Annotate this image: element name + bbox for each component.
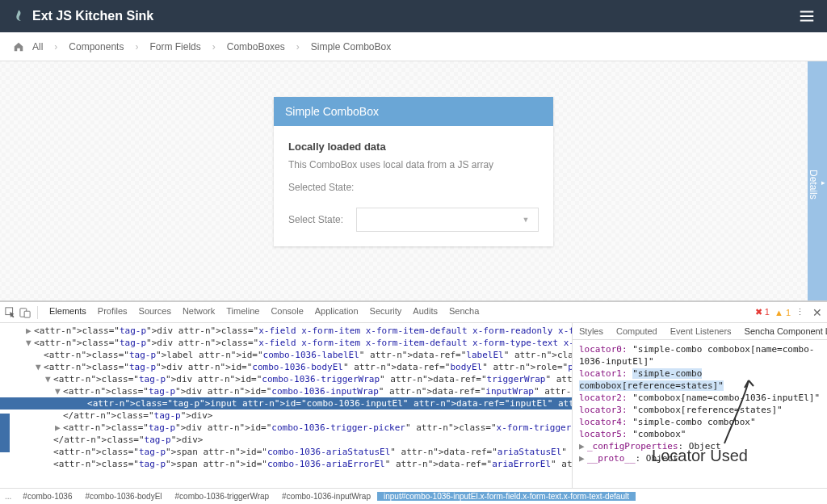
breadcrumb: All › Components › Form Fields › ComboBo… [0, 32, 827, 61]
devtools-panel: ElementsProfilesSourcesNetworkTimelineCo… [0, 300, 827, 504]
dom-tree-line[interactable]: <attr-n">class="tag-p">input attr-n">id=… [0, 397, 572, 410]
breadcrumb-item[interactable]: Simple ComboBox [311, 41, 391, 52]
devtools-crumb[interactable]: #combo-1036-triggerWrap [169, 492, 276, 501]
devtools-tab-timeline[interactable]: Timeline [226, 306, 259, 319]
devtools-tabs: ElementsProfilesSourcesNetworkTimelineCo… [49, 306, 479, 319]
selected-state-label: Selected State: [288, 182, 539, 193]
devtools-tab-network[interactable]: Network [183, 306, 215, 319]
sidebar-tab[interactable]: Computed [610, 323, 664, 339]
header-left: Ext JS Kitchen Sink [11, 9, 153, 23]
devtools-tab-audits[interactable]: Audits [413, 306, 438, 319]
crumb-more[interactable]: ... [0, 492, 16, 501]
chevron-right-icon: › [54, 41, 57, 52]
chevron-right-icon: › [212, 41, 216, 52]
error-count[interactable]: ✖ 1 [755, 307, 770, 317]
sidebar-tab[interactable]: Event Listeners [664, 323, 738, 339]
elements-tree[interactable]: ▶<attr-n">class="tag-p">div attr-n">clas… [0, 323, 572, 488]
state-combobox[interactable]: ▼ [356, 208, 539, 232]
app-title: Ext JS Kitchen Sink [32, 9, 153, 23]
chevron-right-icon: › [296, 41, 300, 52]
panel-body: Locally loaded data This ComboBox uses l… [274, 126, 553, 246]
breadcrumb-item[interactable]: All [32, 41, 43, 52]
devtools-tab-console[interactable]: Console [271, 306, 303, 319]
breadcrumb-item[interactable]: Components [69, 41, 124, 52]
dom-tree-line[interactable]: ▼<attr-n">class="tag-p">div attr-n">id="… [0, 373, 572, 385]
devtools-tab-security[interactable]: Security [370, 306, 402, 319]
combo-field-label: Select State: [288, 214, 350, 225]
close-icon[interactable]: ✕ [812, 306, 822, 319]
devtools-tab-elements[interactable]: Elements [49, 306, 86, 319]
devtools-crumb[interactable]: input#combo-1036-inputEl.x-form-field.x-… [377, 492, 636, 501]
device-toggle-icon[interactable] [19, 307, 31, 318]
breadcrumb-item[interactable]: Form Fields [149, 41, 200, 52]
combo-field-row: Select State: ▼ [288, 208, 539, 232]
sencha-logo-icon [11, 9, 26, 23]
locator-line[interactable]: locator0: "simple-combo combobox[name=co… [579, 343, 821, 368]
main-content: Details Simple ComboBox Locally loaded d… [0, 61, 827, 300]
combobox-panel: Simple ComboBox Locally loaded data This… [274, 97, 553, 246]
more-icon[interactable]: ⋮ [796, 307, 804, 317]
dom-tree-line[interactable]: </attr-n">class="tag-p">div> [0, 434, 572, 446]
dom-tree-line[interactable]: <attr-n">class="tag-p">span attr-n">id="… [0, 458, 572, 470]
locator-annotation: Locator Used [581, 374, 819, 465]
devtools-status: ✖ 1 ▲ 1 ⋮ ✕ [755, 306, 822, 319]
chevron-down-icon[interactable]: ▼ [514, 216, 538, 224]
devtools-tab-profiles[interactable]: Profiles [98, 306, 128, 319]
devtools-tab-application[interactable]: Application [315, 306, 359, 319]
devtools-tab-sources[interactable]: Sources [139, 306, 171, 319]
sidebar-tabs: StylesComputedEvent ListenersSencha Comp… [573, 323, 827, 340]
panel-title: Simple ComboBox [274, 97, 553, 126]
sidebar-tab[interactable]: Styles [573, 323, 610, 339]
panel-heading: Locally loaded data [288, 141, 539, 153]
dom-tree-line[interactable]: <attr-n">class="tag-p">label attr-n">id=… [0, 349, 572, 361]
devtools-toolbar: ElementsProfilesSourcesNetworkTimelineCo… [0, 302, 827, 323]
devtools-tab-sencha[interactable]: Sencha [449, 306, 479, 319]
devtools-breadcrumb[interactable]: ...#combo-1036#combo-1036-bodyEl#combo-1… [0, 488, 827, 504]
devtools-crumb[interactable]: #combo-1036 [16, 492, 78, 501]
devtools-crumb[interactable]: #combo-1036-bodyEl [79, 492, 169, 501]
hamburger-icon[interactable] [798, 7, 816, 25]
inspect-icon[interactable] [5, 307, 16, 318]
devtools-body: ▶<attr-n">class="tag-p">div attr-n">clas… [0, 323, 827, 488]
dom-tree-line[interactable]: ▶<attr-n">class="tag-p">div attr-n">clas… [0, 325, 572, 337]
sidebar-tab[interactable]: Sencha Component Locator [738, 323, 827, 339]
app-header: Ext JS Kitchen Sink [0, 0, 827, 32]
arrow-annotation-icon [636, 374, 765, 447]
dom-tree-line[interactable]: ▼<attr-n">class="tag-p">div attr-n">id="… [0, 361, 572, 373]
details-collapsed-tab[interactable]: Details [808, 61, 827, 300]
dom-tree-line[interactable]: ▼<attr-n">class="tag-p">div attr-n">clas… [0, 337, 572, 349]
svg-rect-2 [24, 311, 30, 317]
annotation-text: Locator Used [581, 447, 819, 465]
state-combobox-input[interactable] [357, 208, 514, 231]
dom-tree-line[interactable]: ▼<attr-n">class="tag-p">div attr-n">id="… [0, 385, 572, 397]
panel-description: This ComboBox uses local data from a JS … [288, 159, 539, 170]
dom-tree-line[interactable]: </attr-n">class="tag-p">div> [0, 410, 572, 422]
dom-tree-line[interactable]: <attr-n">class="tag-p">span attr-n">id="… [0, 446, 572, 458]
chevron-right-icon: › [135, 41, 138, 52]
home-icon[interactable] [13, 41, 24, 52]
devtools-sidebar: StylesComputedEvent ListenersSencha Comp… [572, 323, 827, 488]
warning-count[interactable]: ▲ 1 [775, 308, 791, 317]
breadcrumb-item[interactable]: ComboBoxes [227, 41, 285, 52]
devtools-crumb[interactable]: #combo-1036-inputWrap [275, 492, 377, 501]
dom-tree-line[interactable]: ▶<attr-n">class="tag-p">div attr-n">id="… [0, 422, 572, 434]
